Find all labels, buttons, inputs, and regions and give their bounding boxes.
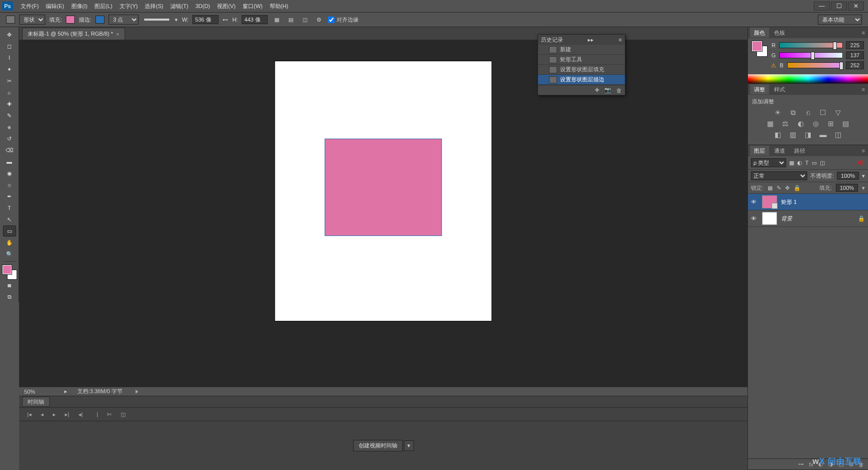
layer-row[interactable]: 👁 矩形 1 xyxy=(748,194,868,210)
panel-menu-icon[interactable]: ≡ xyxy=(859,148,868,154)
stroke-style-preview[interactable] xyxy=(144,19,169,21)
menu-window[interactable]: 窗口(W) xyxy=(239,0,266,12)
stroke-swatch[interactable] xyxy=(95,16,104,24)
crop-tool[interactable]: ✂ xyxy=(3,75,16,86)
new-fill-icon[interactable]: ◑ xyxy=(828,461,833,467)
fill-swatch[interactable] xyxy=(66,16,75,24)
layer-thumbnail[interactable] xyxy=(762,212,777,225)
rectangle-tool[interactable]: ▭ xyxy=(3,225,16,237)
menu-image[interactable]: 图像(I) xyxy=(68,0,91,12)
adj-curves-icon[interactable]: ⎌ xyxy=(804,108,813,116)
shape-mode-select[interactable]: 形状 xyxy=(19,15,45,25)
eraser-tool[interactable]: ⌫ xyxy=(3,145,16,156)
menu-filter[interactable]: 滤镜(T) xyxy=(167,0,192,12)
adj-map-icon[interactable]: ▬ xyxy=(819,131,828,139)
fill-field[interactable] xyxy=(836,184,858,192)
move-tool[interactable]: ✥ xyxy=(3,29,16,40)
color-swatches[interactable] xyxy=(3,265,17,279)
tab-channels[interactable]: 通道 xyxy=(770,146,789,156)
adj-hue-icon[interactable]: ▦ xyxy=(766,120,775,128)
tab-adjustments[interactable]: 调整 xyxy=(750,84,769,94)
filter-shape-icon[interactable]: ▭ xyxy=(812,160,817,166)
history-new-doc-icon[interactable]: ✚ xyxy=(595,87,599,93)
tab-paths[interactable]: 路径 xyxy=(790,146,809,156)
color-spectrum[interactable] xyxy=(748,74,868,83)
adj-posterize-icon[interactable]: ▥ xyxy=(789,131,798,139)
gear-icon[interactable]: ⚙ xyxy=(314,15,324,25)
menu-view[interactable]: 视图(V) xyxy=(213,0,239,12)
path-select-tool[interactable]: ↖ xyxy=(3,214,16,225)
layer-mask-icon[interactable]: ◐ xyxy=(818,461,823,467)
adj-exposure-icon[interactable]: ☐ xyxy=(819,108,828,116)
document-tab[interactable]: 未标题-1 @ 50% (矩形 1, RGB/8) * × xyxy=(22,28,125,40)
adj-threshold-icon[interactable]: ◨ xyxy=(804,131,813,139)
history-snapshot-icon[interactable]: 📷 xyxy=(604,87,611,93)
adj-invert-icon[interactable]: ◧ xyxy=(774,131,783,139)
blend-mode-select[interactable]: 正常 xyxy=(751,171,807,180)
history-collapse-icon[interactable]: ▸▸ xyxy=(588,37,594,43)
layer-name[interactable]: 背景 xyxy=(781,215,854,222)
visibility-icon[interactable]: 👁 xyxy=(751,215,758,221)
delete-layer-icon[interactable]: 🗑 xyxy=(858,461,864,467)
panel-color-swatches[interactable] xyxy=(752,41,767,56)
new-group-icon[interactable]: 🗀 xyxy=(838,461,844,467)
close-tab-icon[interactable]: × xyxy=(116,31,119,37)
link-layers-icon[interactable]: ⊶ xyxy=(798,461,804,467)
slider-g[interactable] xyxy=(779,52,843,58)
slider-r[interactable] xyxy=(779,42,843,48)
filter-pixel-icon[interactable]: ▦ xyxy=(789,160,794,166)
tl-scissors-icon[interactable]: ✄ xyxy=(107,411,112,418)
tl-next-icon[interactable]: ▸| xyxy=(65,411,69,418)
tl-first-icon[interactable]: |◂ xyxy=(27,411,32,418)
width-field[interactable] xyxy=(192,15,219,24)
pen-tool[interactable]: ✒ xyxy=(3,191,16,202)
adj-bw-icon[interactable]: ◐ xyxy=(796,120,805,128)
hand-tool[interactable]: ✋ xyxy=(3,237,16,248)
menu-type[interactable]: 文字(Y) xyxy=(116,0,142,12)
tool-preset-icon[interactable] xyxy=(6,16,15,24)
path-arrange-icon[interactable]: ▤ xyxy=(286,15,296,25)
adj-photo-filter-icon[interactable]: ◎ xyxy=(811,120,820,128)
history-item[interactable]: 设置形状图层填充 xyxy=(538,65,625,75)
history-item[interactable]: 矩形工具 xyxy=(538,55,625,65)
adj-mixer-icon[interactable]: ⊞ xyxy=(826,120,835,128)
tab-styles[interactable]: 样式 xyxy=(770,84,789,94)
lock-position-icon[interactable]: ✥ xyxy=(785,185,790,191)
create-video-timeline-button[interactable]: 创建视频时间轴 xyxy=(353,440,403,451)
filter-toggle[interactable] xyxy=(858,160,865,165)
adj-vibrance-icon[interactable]: ▽ xyxy=(834,108,843,116)
tl-play-icon[interactable]: ▸ xyxy=(53,411,56,418)
lock-pixels-icon[interactable]: ✎ xyxy=(777,185,781,191)
history-menu-icon[interactable]: ≡ xyxy=(619,37,622,43)
maximize-button[interactable]: ☐ xyxy=(831,2,847,11)
menu-edit[interactable]: 编辑(E) xyxy=(42,0,68,12)
marquee-tool[interactable]: ◻ xyxy=(3,41,16,52)
history-item[interactable]: 设置形状图层描边 xyxy=(538,75,625,85)
zoom-level[interactable]: 50% xyxy=(24,389,54,395)
workspace-switcher[interactable]: 基本功能 xyxy=(818,15,862,25)
tl-transition-icon[interactable]: ◫ xyxy=(121,411,126,418)
zoom-tool[interactable]: 🔍 xyxy=(3,249,16,260)
filter-smart-icon[interactable]: ◫ xyxy=(820,160,825,166)
menu-select[interactable]: 选择(S) xyxy=(141,0,167,12)
brush-tool[interactable]: ✎ xyxy=(3,110,16,121)
stroke-weight-select[interactable]: 3 点 xyxy=(108,15,139,25)
filter-adj-icon[interactable]: ◐ xyxy=(797,160,802,166)
tl-prev-icon[interactable]: ◂ xyxy=(41,411,44,418)
lasso-tool[interactable]: ⌇ xyxy=(3,52,16,63)
opacity-field[interactable] xyxy=(837,172,859,180)
history-brush-tool[interactable]: ↺ xyxy=(3,133,16,144)
value-b[interactable] xyxy=(846,61,864,69)
tab-layers[interactable]: 图层 xyxy=(750,146,769,156)
history-item[interactable]: 新建 xyxy=(538,45,625,55)
dodge-tool[interactable]: ☼ xyxy=(3,179,16,190)
layer-row[interactable]: 👁 背景 🔒 xyxy=(748,210,868,227)
layer-name[interactable]: 矩形 1 xyxy=(781,198,865,206)
tab-swatches[interactable]: 色板 xyxy=(770,28,789,38)
adj-selective-icon[interactable]: ◫ xyxy=(834,131,843,139)
layer-thumbnail[interactable] xyxy=(762,195,777,208)
visibility-icon[interactable]: 👁 xyxy=(751,199,758,205)
panel-menu-icon[interactable]: ≡ xyxy=(859,30,868,36)
layer-fx-icon[interactable]: fx xyxy=(809,461,813,467)
link-wh-icon[interactable]: ⊷ xyxy=(223,17,228,23)
